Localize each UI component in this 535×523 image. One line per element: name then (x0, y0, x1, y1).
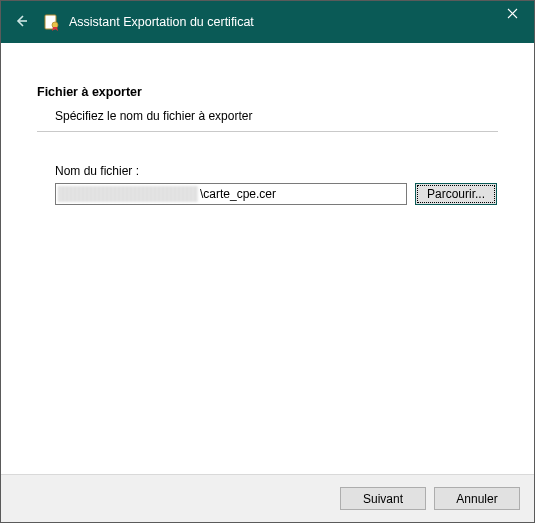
arrow-left-icon (13, 13, 29, 32)
wizard-window: Assistant Exportation du certificat Fich… (0, 0, 535, 523)
cancel-button[interactable]: Annuler (434, 487, 520, 510)
certificate-icon (43, 13, 61, 31)
wizard-footer: Suivant Annuler (1, 474, 534, 522)
back-button[interactable] (9, 10, 33, 34)
window-title: Assistant Exportation du certificat (69, 15, 254, 29)
titlebar: Assistant Exportation du certificat (1, 1, 534, 43)
filename-label: Nom du fichier : (55, 164, 498, 178)
next-button[interactable]: Suivant (340, 487, 426, 510)
page-heading: Fichier à exporter (37, 85, 498, 99)
divider (37, 131, 498, 132)
filename-block: Nom du fichier : Parcourir... (37, 164, 498, 205)
wizard-content: Fichier à exporter Spécifiez le nom du f… (1, 43, 534, 474)
page-subheading: Spécifiez le nom du fichier à exporter (37, 109, 498, 123)
filename-input[interactable] (56, 187, 406, 201)
close-button[interactable] (490, 1, 534, 29)
filename-input-wrap (55, 183, 407, 205)
close-icon (507, 8, 518, 22)
browse-button[interactable]: Parcourir... (415, 183, 497, 205)
